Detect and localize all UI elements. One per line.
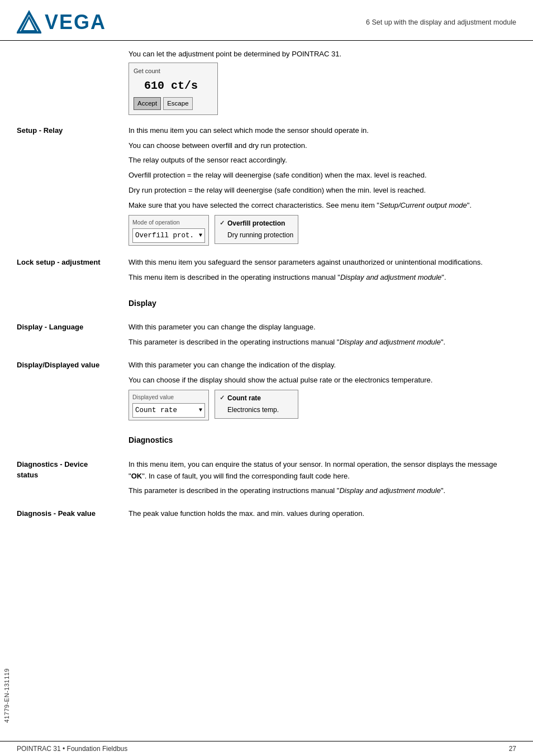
diagnostics-device-status-row: Diagnostics - Device status In this menu… <box>17 459 516 500</box>
setup-relay-label: Setup - Relay <box>17 125 129 136</box>
display-heading-content: Display <box>129 295 516 314</box>
get-count-value: 610 ct/s <box>134 77 208 95</box>
setup-relay-p5: Dry run protection = the relay will deen… <box>129 185 516 197</box>
mode-option-dryrun-label: Dry running protection <box>227 230 293 241</box>
diagnosis-peak-value-row: Diagnosis - Peak value The peak value fu… <box>17 508 516 523</box>
mode-option-dryrun[interactable]: Dry running protection <box>220 229 293 241</box>
display-displayed-value-row: Display/Displayed value With this parame… <box>17 360 516 424</box>
diagnostics-p1: In this menu item, you can enquire the s… <box>129 459 516 482</box>
footer-left: POINTRAC 31 • Foundation Fieldbus <box>17 745 127 753</box>
check-icon: ✓ <box>220 218 227 228</box>
diagnostics-device-status-label: Diagnostics - Device status <box>17 459 129 481</box>
dropdown-arrow-icon: ▼ <box>199 231 202 240</box>
diagnosis-peak-value-label: Diagnosis - Peak value <box>17 508 129 519</box>
displayed-value-dropdown-value: Count rate <box>135 405 177 416</box>
main-content: You can let the adjustment point be dete… <box>0 49 533 523</box>
diagnostics-device-status-content: In this menu item, you can enquire the s… <box>129 459 516 500</box>
mode-dropdown-title: Mode of operation <box>132 218 205 227</box>
display-displayed-value-content: With this parameter you can change the i… <box>129 360 516 424</box>
intro-paragraph: You can let the adjustment point be dete… <box>129 49 516 60</box>
display-language-row: Display - Language With this parameter y… <box>17 322 516 352</box>
display-language-content: With this parameter you can change the d… <box>129 322 516 352</box>
diagnostics-p2: This parameter is described in the opera… <box>129 485 516 497</box>
empty-check <box>220 231 227 241</box>
setup-relay-p1: In this menu item you can select which m… <box>129 125 516 137</box>
display-heading-row: Display <box>17 295 516 314</box>
setup-relay-p2: You can choose between overfill and dry … <box>129 140 516 152</box>
displayed-value-arrow-icon: ▼ <box>199 406 202 415</box>
lock-setup-content: With this menu item you safeguard the se… <box>129 257 516 287</box>
displayed-value-p2: You can choose if the display should sho… <box>129 375 516 386</box>
setup-relay-content: In this menu item you can select which m… <box>129 125 516 250</box>
mode-of-operation-widget: Mode of operation Overfill prot. ▼ ✓ Ove… <box>129 215 516 246</box>
display-displayed-value-label: Display/Displayed value <box>17 360 129 371</box>
displayed-value-widget: Displayed value Count rate ▼ ✓ Count rat… <box>129 390 516 421</box>
option-electronics-temp[interactable]: Electronics temp. <box>220 404 293 416</box>
sidebar-label: 41779-EN-131119 <box>3 668 10 722</box>
option-count-rate-label: Count rate <box>227 393 261 404</box>
intro-left-spacer <box>17 49 129 119</box>
displayed-value-dropdown-options: ✓ Count rate Electronics temp. <box>215 390 298 419</box>
displayed-value-dropdown-title: Displayed value <box>132 393 205 402</box>
mode-dropdown-value: Overfill prot. <box>135 230 194 241</box>
displayed-value-dropdown-select[interactable]: Count rate ▼ <box>132 403 205 418</box>
diagnostics-heading-content: Diagnostics <box>129 432 516 451</box>
mode-option-overfill-label: Overfill protection <box>227 218 285 229</box>
intro-row: You can let the adjustment point be dete… <box>17 49 516 119</box>
logo: VEGA <box>17 10 106 35</box>
setup-relay-p6: Make sure that you have selected the cor… <box>129 200 516 212</box>
mode-dropdown-box: Mode of operation Overfill prot. ▼ <box>129 215 209 246</box>
count-rate-check-icon: ✓ <box>220 393 227 403</box>
page-header: VEGA 6 Set up with the display and adjus… <box>0 0 533 41</box>
mode-dropdown-select[interactable]: Overfill prot. ▼ <box>132 228 205 243</box>
mode-option-overfill[interactable]: ✓ Overfill protection <box>220 218 293 229</box>
chapter-title: 6 Set up with the display and adjustment… <box>366 18 516 26</box>
get-count-buttons: Accept Escape <box>134 97 208 109</box>
diagnosis-peak-p1: The peak value function holds the max. a… <box>129 508 516 520</box>
diagnostics-label-line2: status <box>17 471 38 479</box>
vega-logo-icon <box>17 10 41 35</box>
lock-setup-p2: This menu item is described in the opera… <box>129 272 516 284</box>
footer-right: 27 <box>509 745 516 753</box>
lock-setup-row: Lock setup - adjustment With this menu i… <box>17 257 516 287</box>
option-electronics-temp-label: Electronics temp. <box>227 405 279 415</box>
display-language-p1: With this parameter you can change the d… <box>129 322 516 333</box>
mode-dropdown-options: ✓ Overfill protection Dry running protec… <box>215 215 298 244</box>
setup-relay-row: Setup - Relay In this menu item you can … <box>17 125 516 250</box>
option-count-rate[interactable]: ✓ Count rate <box>220 393 293 404</box>
display-language-p2: This parameter is described in the opera… <box>129 337 516 348</box>
lock-setup-label: Lock setup - adjustment <box>17 257 129 268</box>
display-section-heading: Display <box>129 297 516 309</box>
displayed-value-dropdown-box: Displayed value Count rate ▼ <box>129 390 209 421</box>
electronics-temp-check <box>220 405 227 415</box>
intro-text: You can let the adjustment point be dete… <box>129 49 516 119</box>
logo-text: VEGA <box>45 11 106 34</box>
page-container: VEGA 6 Set up with the display and adjus… <box>0 0 533 756</box>
diagnosis-peak-value-content: The peak value function holds the max. a… <box>129 508 516 523</box>
lock-setup-p1: With this menu item you safeguard the se… <box>129 257 516 269</box>
diagnostics-label-line1: Diagnostics - Device <box>17 460 88 468</box>
escape-button[interactable]: Escape <box>163 97 192 109</box>
get-count-widget: Get count 610 ct/s Accept Escape <box>129 63 218 115</box>
page-footer: POINTRAC 31 • Foundation Fieldbus 27 <box>0 741 533 756</box>
get-count-title: Get count <box>134 66 208 76</box>
diagnostics-section-heading: Diagnostics <box>129 434 516 446</box>
displayed-value-p1: With this parameter you can change the i… <box>129 360 516 371</box>
setup-relay-p4: Overfill protection = the relay will dee… <box>129 170 516 181</box>
diagnostics-heading-row: Diagnostics <box>17 432 516 451</box>
setup-relay-p3: The relay outputs of the sensor react ac… <box>129 155 516 166</box>
accept-button[interactable]: Accept <box>134 97 161 109</box>
display-language-label: Display - Language <box>17 322 129 333</box>
